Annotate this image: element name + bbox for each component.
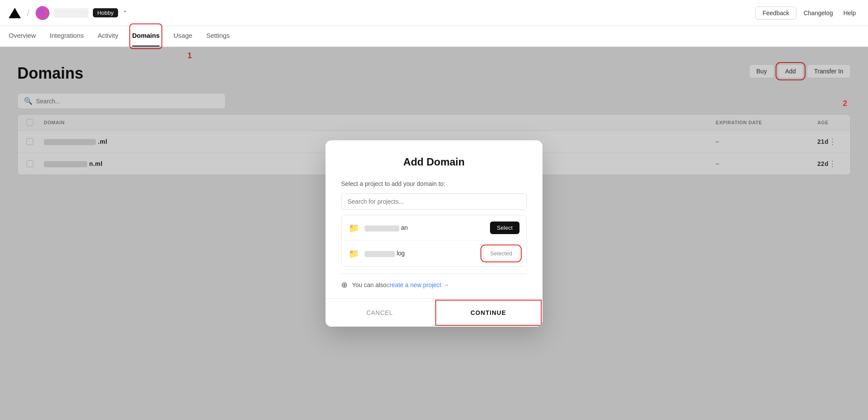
- page-background: 2 Domains 🔍 DOMAIN EXPIRATION DATE AGE: [0, 47, 868, 420]
- nav-domains[interactable]: Domains: [132, 26, 159, 46]
- folder-icon-2: 📁: [349, 248, 359, 259]
- select-button-1[interactable]: Select: [490, 222, 519, 234]
- separator: /: [27, 7, 30, 19]
- add-domain-modal: Add Domain Select a project to add your …: [326, 140, 542, 327]
- modal-title: Add Domain: [341, 156, 527, 168]
- project-row-2: 📁 log Selected 3: [342, 241, 526, 266]
- create-new-icon: ⊕: [341, 280, 348, 290]
- project-list: 📁 an Select 📁 log: [341, 215, 527, 267]
- selected-button-2[interactable]: Selected: [483, 247, 519, 260]
- cancel-button[interactable]: CANCEL: [326, 299, 434, 327]
- create-new-text: You can also: [352, 281, 387, 288]
- nav-settings[interactable]: Settings: [206, 26, 230, 46]
- modal-search: [341, 193, 527, 210]
- modal-overlay: Add Domain Select a project to add your …: [0, 47, 868, 420]
- help-link[interactable]: Help: [840, 7, 859, 19]
- chevron-icon[interactable]: ⌃: [122, 10, 128, 17]
- modal-body: Add Domain Select a project to add your …: [326, 140, 542, 298]
- top-bar: / Hobby ⌃ Feedback Changelog Help: [0, 0, 868, 26]
- project-name-blur-1: [365, 225, 399, 231]
- create-new-link[interactable]: create a new project →: [387, 281, 449, 288]
- create-new-section: ⊕ You can also create a new project →: [341, 274, 527, 298]
- feedback-button[interactable]: Feedback: [755, 7, 796, 20]
- top-bar-left: / Hobby ⌃: [9, 6, 755, 20]
- project-name-blur-2: [365, 251, 395, 257]
- changelog-link[interactable]: Changelog: [800, 7, 836, 19]
- nav-activity[interactable]: Activity: [98, 26, 118, 46]
- continue-button[interactable]: CONTINUE: [434, 299, 543, 327]
- project-suffix-1: an: [401, 224, 408, 231]
- nav-integrations[interactable]: Integrations: [50, 26, 84, 46]
- project-suffix-2: log: [397, 250, 405, 257]
- nav-usage[interactable]: Usage: [174, 26, 192, 46]
- hobby-badge: Hobby: [93, 8, 118, 17]
- project-name-2: log: [365, 250, 483, 257]
- folder-icon-1: 📁: [349, 223, 359, 233]
- project-row-1: 📁 an Select: [342, 215, 526, 241]
- nav-overview[interactable]: Overview: [9, 26, 36, 46]
- avatar[interactable]: [36, 6, 49, 20]
- project-name-1: an: [365, 224, 490, 231]
- sub-nav: Overview Integrations Activity Domains U…: [0, 26, 868, 47]
- modal-search-input[interactable]: [348, 198, 520, 205]
- annotation-2: 2: [843, 99, 847, 108]
- modal-subtitle: Select a project to add your domain to:: [341, 180, 527, 187]
- top-bar-right: Feedback Changelog Help: [755, 7, 859, 20]
- modal-footer: CANCEL CONTINUE 4: [326, 298, 542, 327]
- logo-icon[interactable]: [9, 8, 21, 18]
- project-name: [54, 8, 89, 18]
